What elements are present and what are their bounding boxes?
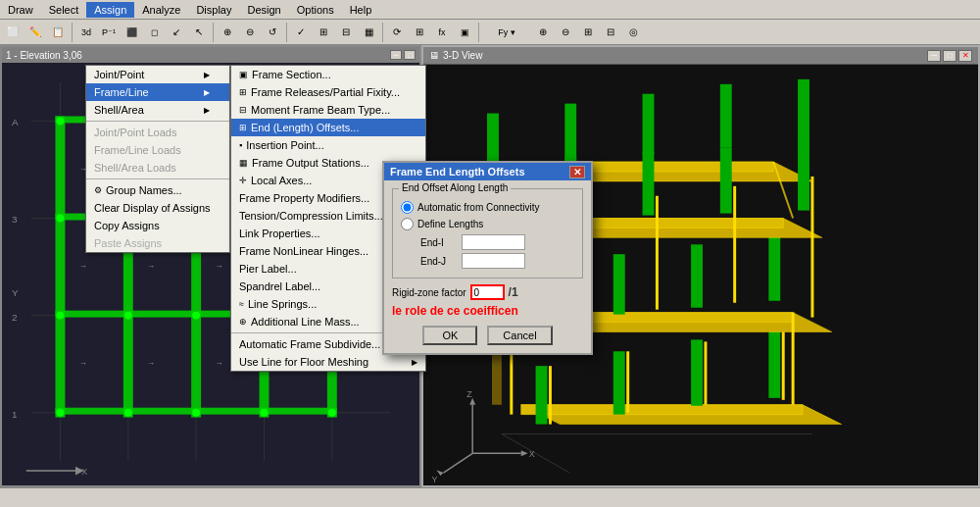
svg-text:X: X xyxy=(529,449,535,459)
menu-sep-1 xyxy=(86,121,229,122)
toolbar-btn-16[interactable]: ▦ xyxy=(358,22,379,43)
dialog-titlebar[interactable]: Frame End Length Offsets ✕ xyxy=(384,163,591,180)
frameline-item-insertion[interactable]: ▪ Insertion Point... xyxy=(231,136,425,154)
svg-text:→: → xyxy=(79,359,87,368)
menu-item-frameline-loads[interactable]: Frame/Line Loads xyxy=(86,141,229,159)
toolbar-btn-9[interactable]: ↖ xyxy=(188,22,210,43)
toolbar-btn-14[interactable]: ⊞ xyxy=(313,22,334,43)
menu-draw[interactable]: Draw xyxy=(0,2,41,18)
radio-auto-label: Automatic from Connectivity xyxy=(417,202,540,213)
svg-rect-75 xyxy=(768,234,780,300)
radio-auto[interactable]: Automatic from Connectivity xyxy=(401,201,574,214)
toolbar-btn-12[interactable]: ↺ xyxy=(262,22,283,43)
menu-item-joint-point[interactable]: Joint/Point ▶ xyxy=(86,66,229,83)
toolbar-btn-25[interactable]: ⊟ xyxy=(600,22,621,43)
toolbar-btn-5[interactable]: P⁻¹ xyxy=(98,22,120,43)
toolbar-btn-20[interactable]: ▣ xyxy=(454,22,475,43)
menu-design[interactable]: Design xyxy=(240,2,289,18)
dialog-close-btn[interactable]: ✕ xyxy=(569,166,585,178)
menu-help[interactable]: Help xyxy=(342,2,380,18)
svg-rect-66 xyxy=(768,330,780,397)
menu-item-shellarea-loads[interactable]: Shell/Area Loads xyxy=(86,159,229,177)
menu-analyze[interactable]: Analyze xyxy=(134,2,188,18)
3d-view-titlebar[interactable]: 🖥 3-D View ─ □ ✕ xyxy=(423,47,978,65)
toolbar-btn-2[interactable]: ✏️ xyxy=(24,22,46,43)
toolbar-btn-15[interactable]: ⊟ xyxy=(335,22,357,43)
toolbar-sep-3 xyxy=(286,23,287,42)
ok-button[interactable]: OK xyxy=(422,326,477,345)
svg-rect-92 xyxy=(643,152,655,215)
radio-define[interactable]: Define Lengths xyxy=(401,218,574,230)
toolbar-btn-23[interactable]: ⊖ xyxy=(555,22,576,43)
toolbar-btn-21[interactable]: Fy ▾ xyxy=(482,22,531,43)
menu-item-copy-assigns[interactable]: Copy Assigns xyxy=(86,217,229,234)
toolbar-btn-18[interactable]: ⊞ xyxy=(409,22,430,43)
toolbar-btn-6[interactable]: ⬛ xyxy=(121,22,142,43)
menu-sep-2 xyxy=(86,178,229,179)
svg-rect-63 xyxy=(536,366,548,424)
end-j-input[interactable] xyxy=(462,253,525,269)
endoffsets-icon: ⊞ xyxy=(239,123,247,132)
dialog-buttons: OK Cancel xyxy=(392,326,583,345)
svg-rect-65 xyxy=(691,339,703,405)
red-annotation: le role de ce coeifficen xyxy=(392,304,583,318)
toolbar-btn-4[interactable]: 3d xyxy=(75,22,97,43)
svg-text:→: → xyxy=(216,359,223,368)
menu-item-clear-display[interactable]: Clear Display of Assigns xyxy=(86,199,229,217)
toolbar-btn-10[interactable]: ⊕ xyxy=(217,22,238,43)
toolbar-btn-1[interactable]: ⬜ xyxy=(2,22,24,43)
elev-minimize-btn[interactable]: ─ xyxy=(390,50,402,60)
toolbar-btn-19[interactable]: fx xyxy=(431,22,453,43)
frameline-item-releases[interactable]: ⊞ Frame Releases/Partial Fixity... xyxy=(231,83,425,101)
3d-maximize-btn[interactable]: □ xyxy=(943,50,956,62)
menu-options[interactable]: Options xyxy=(289,2,342,18)
end-i-row: End-I xyxy=(420,234,574,250)
3d-minimize-btn[interactable]: ─ xyxy=(927,50,941,62)
elev-maximize-btn[interactable]: □ xyxy=(404,50,416,60)
toolbar-btn-8[interactable]: ↙ xyxy=(166,22,187,43)
menu-item-frameline[interactable]: Frame/Line ▶ xyxy=(86,83,229,101)
svg-text:Z: Z xyxy=(466,389,472,399)
menu-assign[interactable]: Assign xyxy=(86,2,134,18)
end-i-input[interactable] xyxy=(462,234,525,250)
frameline-item-framesection[interactable]: ▣ Frame Section... xyxy=(231,66,425,83)
toolbar-btn-11[interactable]: ⊖ xyxy=(239,22,261,43)
toolbar-btn-17[interactable]: ⟳ xyxy=(386,22,408,43)
toolbar-btn-22[interactable]: ⊕ xyxy=(532,22,554,43)
toolbar: ⬜ ✏️ 📋 3d P⁻¹ ⬛ ◻ ↙ ↖ ⊕ ⊖ ↺ ✓ ⊞ ⊟ ▦ ⟳ ⊞ … xyxy=(0,20,980,45)
menu-item-shellarea[interactable]: Shell/Area ▶ xyxy=(86,101,229,119)
svg-text:→: → xyxy=(79,262,87,271)
menu-item-joint-loads[interactable]: Joint/Point Loads xyxy=(86,124,229,141)
offset-group-label: End Offset Along Length xyxy=(399,182,511,193)
svg-text:→: → xyxy=(148,262,156,271)
end-j-row: End-J xyxy=(420,253,574,269)
svg-rect-64 xyxy=(613,351,625,414)
svg-rect-86 xyxy=(564,104,576,160)
submenu-arrow-3: ▶ xyxy=(204,106,210,115)
rigid-zone-input[interactable] xyxy=(470,284,505,300)
toolbar-btn-3[interactable]: 📋 xyxy=(47,22,69,43)
menu-item-group-names[interactable]: ⚙ Group Names... xyxy=(86,181,229,199)
svg-point-38 xyxy=(124,312,132,320)
toolbar-btn-7[interactable]: ◻ xyxy=(143,22,165,43)
cancel-button[interactable]: Cancel xyxy=(487,326,552,345)
menu-item-paste-assigns[interactable]: Paste Assigns xyxy=(86,234,229,252)
elevation-titlebar[interactable]: 1 - Elevation 3,06 ─ □ xyxy=(2,47,419,63)
menu-display[interactable]: Display xyxy=(188,2,239,18)
submenu-arrow-1: ▶ xyxy=(204,71,210,79)
frameline-item-floormesh[interactable]: Use Line for Floor Meshing ▶ xyxy=(231,353,425,371)
toolbar-sep-1 xyxy=(72,23,73,42)
svg-rect-9 xyxy=(55,117,65,418)
menu-select[interactable]: Select xyxy=(41,2,87,18)
frameline-item-endoffsets[interactable]: ⊞ End (Length) Offsets... xyxy=(231,119,425,136)
end-i-label: End-I xyxy=(420,237,456,248)
svg-text:X: X xyxy=(81,467,87,477)
3d-close-btn[interactable]: ✕ xyxy=(958,50,972,62)
radio-auto-input[interactable] xyxy=(401,201,414,214)
toolbar-btn-13[interactable]: ✓ xyxy=(290,22,312,43)
frameline-item-momentframe[interactable]: ⊟ Moment Frame Beam Type... xyxy=(231,101,425,119)
addmass-icon: ⊕ xyxy=(239,317,247,327)
radio-define-input[interactable] xyxy=(401,218,414,230)
toolbar-btn-24[interactable]: ⊞ xyxy=(577,22,599,43)
toolbar-btn-26[interactable]: ◎ xyxy=(622,22,644,43)
